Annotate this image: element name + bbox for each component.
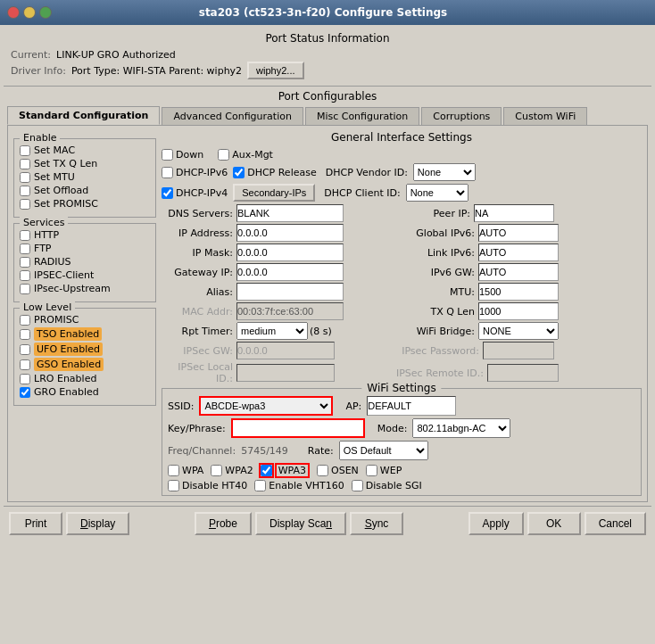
ipsec-client-checkbox[interactable] [20, 270, 30, 281]
tab-standard[interactable]: Standard Configuration [7, 106, 160, 125]
ipv6-gw-input[interactable] [478, 263, 559, 281]
wiphy-button[interactable]: wiphy2... [247, 62, 303, 79]
ssid-select[interactable]: ABCDE-wpa3 [199, 396, 333, 416]
bottom-bar: Print Display Probe Display Scan Sync Ap… [4, 506, 651, 541]
left-panel: Enable Set MAC Set TX Q Len Set MTU Set … [13, 131, 156, 496]
mtu-label: MTU: [403, 286, 475, 298]
mode-select[interactable]: 802.11abgn-AC [412, 418, 510, 438]
dhcp-ipv4-row: DHCP-IPv4 [162, 187, 228, 199]
dhcp-ipv4-checkbox[interactable] [162, 187, 173, 199]
mtu-input[interactable] [478, 283, 559, 301]
service-ipsec-upstream: IPsec-Upstream [20, 283, 150, 294]
enable-group: Enable Set MAC Set TX Q Len Set MTU Set … [13, 138, 156, 218]
disable-ht40-checkbox[interactable] [168, 480, 179, 491]
wep-checkbox[interactable] [366, 465, 377, 476]
global-ipv6-input[interactable] [478, 224, 559, 242]
link-ipv6-input[interactable] [478, 244, 559, 261]
dhcp-release-label: DHCP Release [247, 167, 317, 178]
dhcp-release-row: DHCP Release [233, 167, 317, 178]
radius-checkbox[interactable] [20, 257, 30, 268]
probe-button[interactable]: Probe [195, 512, 252, 535]
ll-ufo: UFO Enabled [20, 343, 150, 356]
link-ipv6-label: Link IPv6: [403, 247, 475, 259]
dhcp-ipv6-checkbox[interactable] [162, 167, 173, 178]
display-button[interactable]: Display [66, 512, 129, 535]
ipsec-remote-input [487, 364, 559, 382]
set-txqlen-checkbox[interactable] [20, 159, 30, 169]
set-mac-checkbox[interactable] [20, 145, 30, 156]
apply-button[interactable]: Apply [468, 512, 524, 535]
port-configurables-header: Port Configurables [4, 90, 651, 103]
osen-checkbox[interactable] [317, 465, 328, 476]
disable-sgi-checkbox[interactable] [352, 480, 363, 491]
lro-checkbox[interactable] [20, 374, 30, 384]
gateway-input[interactable] [236, 263, 344, 281]
content-area: Enable Set MAC Set TX Q Len Set MTU Set … [7, 125, 648, 502]
ap-input[interactable] [367, 396, 456, 416]
tx-q-input[interactable] [478, 302, 559, 320]
dns-label: DNS Servers: [162, 208, 233, 219]
gateway-label: Gateway IP: [162, 267, 233, 278]
window-controls[interactable] [7, 6, 52, 19]
wifi-settings-title: WiFi Settings [361, 382, 441, 394]
wep-label: WEP [380, 465, 402, 476]
print-button[interactable]: Print [9, 512, 62, 535]
disable-sgi-check: Disable SGI [352, 480, 422, 491]
sync-button[interactable]: Sync [350, 512, 403, 535]
secondary-ips-button[interactable]: Secondary-IPs [233, 184, 315, 202]
ok-button[interactable]: OK [527, 512, 581, 535]
key-phrase-input[interactable] [231, 418, 365, 438]
right-panel: General Interface Settings Down Aux-Mgt … [162, 131, 642, 496]
wpa-checkbox[interactable] [168, 465, 179, 476]
current-value: LINK-UP GRO Authorized [56, 49, 176, 61]
ip-mask-input[interactable] [236, 244, 344, 261]
dhcp-vendor-select[interactable]: None [413, 163, 476, 181]
wifi-bridge-select[interactable]: NONE [478, 322, 559, 340]
rate-select[interactable]: OS Default [339, 441, 428, 460]
ipsec-upstream-checkbox[interactable] [20, 284, 30, 294]
dhcp-client-label: DHCP Client ID: [324, 187, 400, 199]
cancel-button[interactable]: Cancel [585, 512, 646, 535]
alias-input[interactable] [236, 283, 344, 301]
services-group: Services HTTP FTP RADIUS IPSEC-Client [13, 223, 156, 302]
tab-misc[interactable]: Misc Configuration [305, 107, 419, 125]
maximize-button[interactable] [39, 6, 52, 19]
window-title: sta203 (ct523-3n-f20) Configure Settings [199, 6, 448, 19]
promisc-checkbox[interactable] [20, 315, 30, 326]
service-ipsec-client: IPSEC-Client [20, 269, 150, 281]
tab-advanced[interactable]: Advanced Configuration [162, 107, 303, 125]
dhcp-client-select[interactable]: None [406, 184, 468, 202]
wpa3-checkbox[interactable] [261, 465, 272, 476]
set-offload-checkbox[interactable] [20, 186, 30, 196]
enable-group-title: Enable [20, 132, 60, 144]
ftp-checkbox[interactable] [20, 244, 30, 254]
close-button[interactable] [7, 6, 20, 19]
gso-checkbox[interactable] [20, 359, 30, 370]
ipsec-gw-input [236, 342, 335, 359]
general-interface-header: General Interface Settings [162, 131, 642, 144]
wpa2-checkbox[interactable] [211, 465, 222, 476]
wpa3-check: WPA3 [261, 463, 310, 478]
peer-ip-input[interactable] [474, 204, 554, 222]
set-promisc-checkbox[interactable] [20, 199, 30, 210]
tso-checkbox[interactable] [20, 329, 30, 340]
dhcp-ipv4-label: DHCP-IPv4 [176, 187, 228, 199]
minimize-button[interactable] [23, 6, 36, 19]
aux-mgt-row: Aux-Mgt [218, 149, 273, 161]
dns-input[interactable] [236, 204, 344, 222]
down-checkbox[interactable] [162, 149, 173, 161]
tab-custom-wifi[interactable]: Custom WiFi [503, 107, 587, 125]
ip-address-input[interactable] [236, 224, 344, 242]
mac-addr-label: MAC Addr: [162, 306, 233, 318]
set-mtu-checkbox[interactable] [20, 172, 30, 183]
tab-corruptions[interactable]: Corruptions [421, 107, 502, 125]
enable-vht160-checkbox[interactable] [254, 480, 266, 491]
display-scan-button[interactable]: Display Scan [255, 512, 346, 535]
rpt-timer-select[interactable]: medium fast slow [236, 322, 308, 340]
wpa-check: WPA [168, 465, 203, 476]
dhcp-release-checkbox[interactable] [233, 167, 245, 178]
ufo-checkbox[interactable] [20, 344, 30, 355]
gro-checkbox[interactable] [20, 387, 30, 398]
http-checkbox[interactable] [20, 230, 30, 241]
aux-mgt-checkbox[interactable] [218, 149, 229, 161]
